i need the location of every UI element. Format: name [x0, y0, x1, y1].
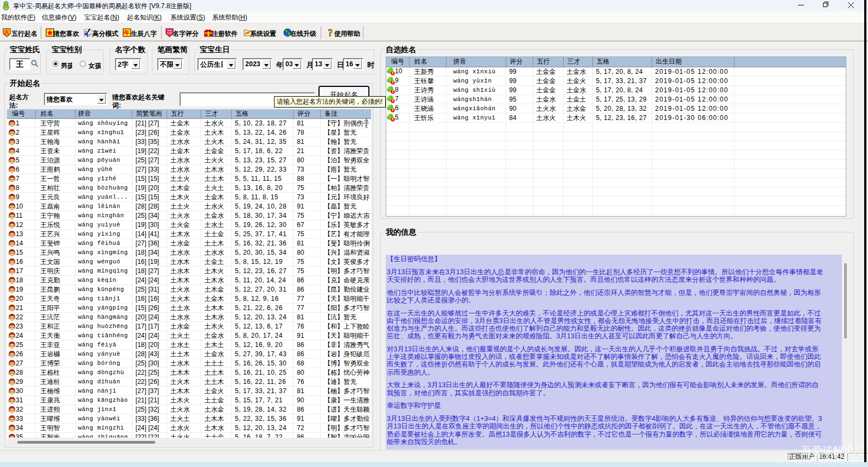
svg-text:官: 官 — [168, 30, 172, 35]
svg-text:年: 年 — [124, 29, 130, 36]
svg-text:?: ? — [328, 28, 333, 37]
svg-text:吉: 吉 — [4, 29, 10, 35]
